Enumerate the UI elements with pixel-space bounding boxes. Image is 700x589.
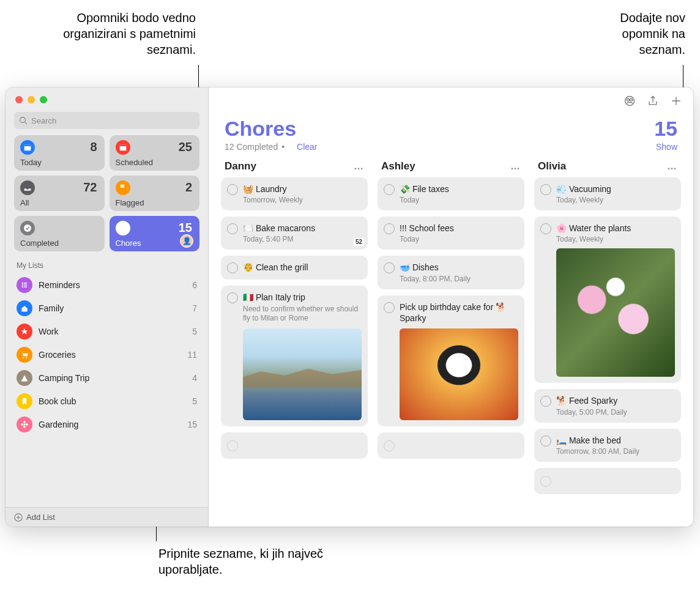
column-danny: Danny… 🧺 Laundry Tomorrow, Weekly 🍽️ Bak… <box>221 158 368 520</box>
smart-tile-scheduled[interactable]: 25 Scheduled <box>110 135 200 171</box>
reminder-card-empty[interactable] <box>221 432 368 459</box>
reminder-card-empty[interactable] <box>378 432 524 459</box>
completed-row: 12 Completed • Clear Show <box>209 141 693 158</box>
svg-rect-12 <box>122 230 125 231</box>
share-icon[interactable] <box>647 95 659 107</box>
reminder-title: 🐕 Feed Sparky <box>556 395 675 406</box>
reminder-subtitle: Today, Weekly <box>556 196 675 204</box>
reminder-card[interactable]: 💸 File taxes Today <box>378 177 524 210</box>
checkbox[interactable] <box>540 223 551 234</box>
reminder-image <box>243 328 362 420</box>
bookmark-icon <box>17 393 32 409</box>
checkbox[interactable] <box>227 440 238 451</box>
callout-pin-lists: Pripnite sezname, ki jih največ uporablj… <box>158 546 342 577</box>
svg-point-13 <box>22 283 23 284</box>
reminder-card-empty[interactable] <box>534 468 681 494</box>
minimize-button[interactable] <box>28 96 35 103</box>
show-button[interactable]: Show <box>656 142 677 152</box>
checkbox[interactable] <box>540 184 551 195</box>
smart-tile-count: 2 <box>185 180 192 194</box>
add-reminder-button[interactable] <box>670 95 682 107</box>
list-row-family[interactable]: Family 7 <box>6 297 208 320</box>
svg-point-6 <box>24 224 31 232</box>
svg-rect-16 <box>24 283 27 284</box>
smart-tile-count: 15 <box>179 221 192 235</box>
reminder-card[interactable]: 🐕 Feed Sparky Today, 5:00 PM, Daily <box>534 389 681 422</box>
search-icon <box>19 116 28 125</box>
checkbox[interactable] <box>227 262 238 273</box>
svg-point-14 <box>22 284 23 286</box>
column-more-button[interactable]: … <box>510 161 521 172</box>
checkbox[interactable] <box>540 396 551 407</box>
reminder-subtitle: Today, 8:00 PM, Daily <box>400 275 518 283</box>
maximize-button[interactable] <box>40 96 47 103</box>
list-name: Gardening <box>39 420 78 429</box>
svg-point-19 <box>23 357 24 358</box>
checkbox[interactable] <box>384 184 395 195</box>
list-name: Camping Trip <box>39 373 89 383</box>
reminder-card[interactable]: 🧺 Laundry Tomorrow, Weekly <box>221 177 368 210</box>
checkbox[interactable] <box>384 302 395 313</box>
add-list-button[interactable]: Add List <box>6 507 208 527</box>
checkbox[interactable] <box>384 223 395 234</box>
reminder-card[interactable]: 🤴 Clean the grill <box>221 256 368 280</box>
list-row-work[interactable]: Work 5 <box>6 320 208 343</box>
my-lists-header: My Lists <box>6 259 208 273</box>
column-more-button[interactable]: … <box>667 161 677 172</box>
smart-tile-all[interactable]: 72 All <box>14 176 105 211</box>
checkbox[interactable] <box>384 262 395 273</box>
reminder-card[interactable]: 🇮🇹 Plan Italy trip Need to confirm wheth… <box>221 286 368 426</box>
collaborate-icon[interactable] <box>624 95 636 107</box>
reminder-card[interactable]: 💨 Vacuuming Today, Weekly <box>534 177 681 210</box>
columns: Danny… 🧺 Laundry Tomorrow, Weekly 🍽️ Bak… <box>209 158 693 527</box>
reminder-subtitle: Today <box>400 196 518 204</box>
smart-tile-today[interactable]: 8 Today <box>14 135 105 171</box>
svg-rect-11 <box>122 228 125 228</box>
smart-tile-completed[interactable]: Completed <box>14 216 105 251</box>
svg-point-24 <box>21 423 23 426</box>
reminders-window: Search 8 Today 25 Scheduled 72 All 2 Fla… <box>6 87 693 527</box>
close-button[interactable] <box>15 96 23 103</box>
list-name: Work <box>39 327 58 336</box>
list-row-camping-trip[interactable]: Camping Trip 4 <box>6 366 208 390</box>
list-row-gardening[interactable]: Gardening 15 <box>6 413 208 436</box>
checkbox[interactable] <box>227 223 238 234</box>
svg-point-21 <box>23 423 25 425</box>
shared-avatar: 👤 <box>180 234 193 248</box>
reminder-title: 💨 Vacuuming <box>556 183 675 194</box>
checkbox[interactable] <box>540 435 551 446</box>
smart-tile-label: Today <box>20 158 42 167</box>
callout-add-reminder: Dodajte nov opomnik na seznam. <box>600 10 685 57</box>
svg-point-8 <box>120 228 121 229</box>
checkbox[interactable] <box>227 292 238 303</box>
smart-tile-chores[interactable]: 15 Chores 👤 <box>110 216 200 251</box>
reminder-subtitle: Today, 5:00 PM, Daily <box>556 408 675 417</box>
list-row-reminders[interactable]: Reminders 6 <box>6 273 208 297</box>
checkbox[interactable] <box>384 440 395 451</box>
reminder-card[interactable]: 🛏️ Make the bed Tomorrow, 8:00 AM, Daily <box>534 429 681 462</box>
smart-tile-flagged[interactable]: 2 Flagged <box>110 176 200 211</box>
sidebar: Search 8 Today 25 Scheduled 72 All 2 Fla… <box>6 87 209 527</box>
smart-tile-label: Flagged <box>116 198 144 207</box>
reminder-card[interactable]: 🌸 Water the plants Today, Weekly <box>534 217 681 383</box>
reminder-subtitle: Tomorrow, Weekly <box>243 196 362 204</box>
reminder-title: 🌸 Water the plants <box>556 223 675 234</box>
search-input[interactable]: Search <box>14 112 199 129</box>
checkbox[interactable] <box>540 476 551 487</box>
list-name: Reminders <box>39 280 80 290</box>
reminder-title: Pick up birthday cake for 🐕 Sparky <box>400 302 518 324</box>
search-placeholder: Search <box>31 116 56 125</box>
reminder-card[interactable]: !!! School fees Today <box>378 217 524 250</box>
title-row: Chores 15 <box>209 114 693 141</box>
reminder-badge: 52 <box>354 238 364 246</box>
svg-rect-3 <box>24 144 31 146</box>
list-row-groceries[interactable]: Groceries 11 <box>6 343 208 366</box>
reminder-card[interactable]: Pick up birthday cake for 🐕 Sparky <box>378 295 524 426</box>
column-more-button[interactable]: … <box>354 161 364 172</box>
reminder-subtitle: Today <box>400 235 518 243</box>
checkbox[interactable] <box>227 184 238 195</box>
clear-button[interactable]: Clear <box>297 142 317 152</box>
reminder-card[interactable]: 🍽️ Bake macarons Today, 5:40 PM 52 <box>221 217 368 250</box>
list-row-book-club[interactable]: Book club 5 <box>6 390 208 413</box>
reminder-card[interactable]: 🥣 Dishes Today, 8:00 PM, Daily <box>378 256 524 289</box>
